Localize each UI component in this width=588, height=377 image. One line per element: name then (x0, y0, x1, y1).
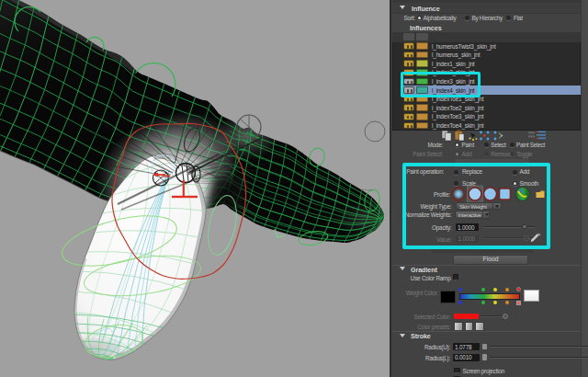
svg-text:3m: 3m (163, 173, 171, 178)
